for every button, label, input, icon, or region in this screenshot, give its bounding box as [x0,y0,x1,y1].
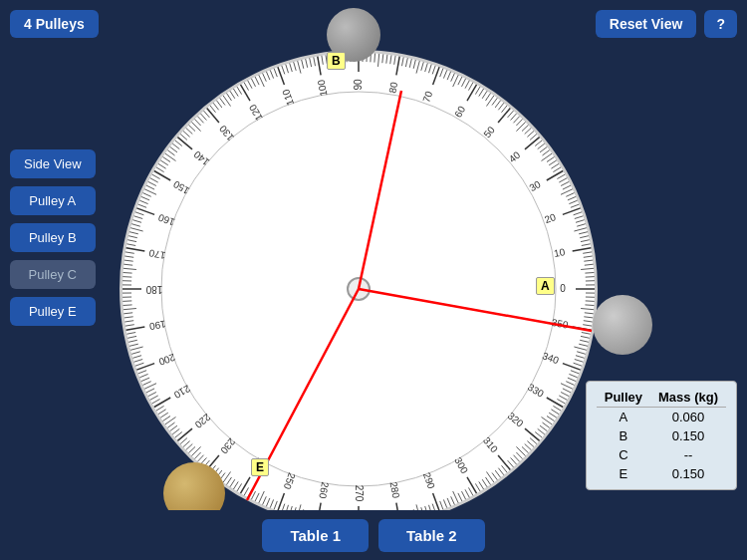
table-row: E0.150 [597,464,726,483]
table-header-pulley: Pulley [597,388,650,408]
table-row: B0.150 [597,426,726,445]
table-row: A0.060 [597,408,726,427]
table-cell-mass: 0.150 [650,426,726,445]
reset-view-button[interactable]: Reset View [596,10,697,38]
pulley-e-label: E [251,458,269,476]
pulleys-button[interactable]: 4 Pulleys [10,10,99,38]
bottom-bar: Table 1 Table 2 [0,510,747,560]
pulley-c-button: Pulley C [10,260,96,289]
sidebar: Side View Pulley A Pulley B Pulley C Pul… [10,149,96,326]
protractor: 0102030405060708090100110120130140150160… [120,50,598,528]
pulley-e-button[interactable]: Pulley E [10,297,96,326]
help-button[interactable]: ? [704,10,737,38]
data-table: Pulley Mass (kg) A0.060B0.150C--E0.150 [586,381,737,490]
pulley-b-button[interactable]: Pulley B [10,223,96,252]
pulley-b-label: B [327,52,346,70]
table-cell-pulley: E [597,464,650,483]
table-cell-pulley: A [597,408,650,427]
table-cell-mass: 0.150 [650,464,726,483]
pulley-a-label: A [536,277,555,295]
red-lines [120,50,598,528]
header: 4 Pulleys Reset View ? [10,10,737,38]
header-right: Reset View ? [596,10,737,38]
svg-line-399 [359,289,592,331]
table-cell-pulley: B [597,426,650,445]
table-cell-mass: 0.060 [650,408,726,427]
side-view-button[interactable]: Side View [10,149,96,178]
svg-line-398 [359,91,401,289]
table1-button[interactable]: Table 1 [262,519,369,552]
pulley-a-wheel[interactable] [593,295,652,355]
table-cell-mass: -- [650,445,726,464]
table2-button[interactable]: Table 2 [378,519,485,552]
table-cell-pulley: C [597,445,650,464]
pulley-a-button[interactable]: Pulley A [10,186,96,215]
table-row: C-- [597,445,726,464]
table-header-mass: Mass (kg) [650,388,726,408]
